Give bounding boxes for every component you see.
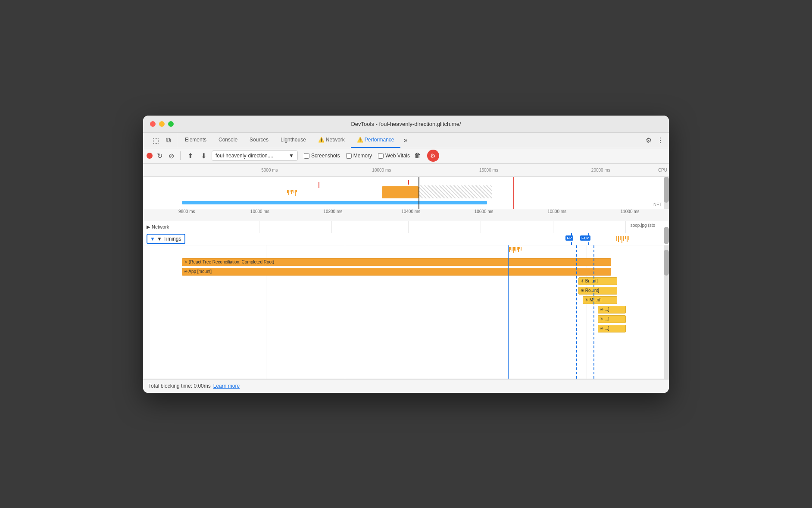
timeline-ruler: 5000 ms 10000 ms 15000 ms 20000 ms CPU [182,164,669,176]
ro-bar[interactable]: ✳ Ro...nt] [578,287,617,295]
web-vitals-checkbox-group: Web Vitals [378,153,410,159]
network-label-text: Network [152,224,169,229]
more-options-btn[interactable]: ⋮ [655,135,665,146]
red-mark-1 [319,182,319,188]
window-title: DevTools - foul-heavenly-direction.glitc… [351,121,461,127]
fp-dashed-line-flame [576,245,577,379]
dot3-bar[interactable]: ✳ ...] [598,325,626,332]
network-track-row: ▶ Network soop.jpg (sto [143,221,669,233]
grid-line-4 [481,221,481,233]
m-bar[interactable]: ✳ M...nt] [583,296,617,304]
url-dropdown-icon: ▼ [289,153,294,159]
zoom-ruler: 9800 ms 10000 ms 10200 ms 10400 ms 10600… [143,209,669,221]
record-bar: ↻ ⊘ ⬆ ⬇ foul-heavenly-direction.... ▼ Sc… [143,148,669,164]
fp-badge: FP [565,235,573,241]
fp-dashed-line [571,233,572,245]
clear-recording-button[interactable]: ⊘ [167,151,176,161]
orange-blob-main [382,186,418,198]
blocking-time-label: Total blocking time: 0.00ms [148,383,211,389]
memory-checkbox[interactable] [346,153,352,159]
zoom-label-10800: 10800 ms [547,209,566,214]
red-timestamp-line [513,177,514,209]
tab-console[interactable]: Console [212,133,244,148]
dot2-label: ✳ ...] [600,317,609,321]
ro-label: ✳ Ro...nt] [581,288,599,293]
br-bar[interactable]: ✳ Br...nt] [578,277,617,285]
tab-sources[interactable]: Sources [244,133,275,148]
react-tree-bar[interactable]: ✳ (React Tree Reconciliation: Completed … [182,258,611,266]
tab-network[interactable]: ⚠️ Network [312,133,351,148]
blue-timeline-bar [182,201,487,204]
zoom-label-10400: 10400 ms [401,209,420,214]
timings-track-content: FP FCP [182,233,664,245]
maximize-button[interactable] [168,121,174,127]
minimize-button[interactable] [159,121,165,127]
cpu-activity-bars [287,190,297,196]
dot1-bar[interactable]: ✳ ...] [598,306,626,314]
network-track-content: soop.jpg (sto [182,221,664,233]
settings-icon-btn[interactable]: ⚙ [644,135,653,146]
screenshots-checkbox[interactable] [304,153,309,159]
timings-track-row: ▼ ▼ Timings FP FCP [143,233,669,245]
soop-label: soop.jpg (sto [631,223,655,228]
close-button[interactable] [150,121,156,127]
url-selector[interactable]: foul-heavenly-direction.... ▼ [212,151,298,161]
ruler-label-10000: 10000 ms [372,168,391,172]
memory-checkbox-group: Memory [346,153,372,159]
more-tabs-button[interactable]: » [400,133,411,148]
toolbar-separator [180,151,181,160]
upload-button[interactable]: ⬆ [185,150,196,162]
zoom-label-10200: 10200 ms [323,209,342,214]
dot1-label: ✳ ...] [600,307,609,312]
ruler-label-15000: 15000 ms [479,168,498,172]
overview-timeline[interactable]: NET [143,177,669,209]
tab-bar: ⬚ ⧉ Elements Console Sources Lighthouse … [143,133,669,148]
scrollbar-thumb[interactable] [664,177,669,203]
net-label: NET [653,202,662,207]
zoom-label-11000: 11000 ms [621,209,640,214]
app-mount-bar[interactable]: ✳ App [mount] [182,268,611,276]
tab-lighthouse[interactable]: Lighthouse [275,133,312,148]
grid-line-3 [408,221,409,233]
device-icon-btn[interactable]: ⧉ [163,135,173,146]
playhead-line [418,177,419,209]
gray-hatch-area [418,185,492,198]
dot3-label: ✳ ...] [600,326,609,331]
tracks-container: ▶ Network soop.jpg (sto [143,221,669,245]
web-vitals-checkbox[interactable] [378,153,384,159]
zoom-ruler-labels: 9800 ms 10000 ms 10200 ms 10400 ms 10600… [182,209,669,221]
network-warning-icon: ⚠️ [318,137,325,143]
reload-button[interactable]: ↻ [155,151,164,161]
dot2-bar[interactable]: ✳ ...] [598,315,626,323]
gear-settings-button[interactable]: ⚙ [427,150,439,162]
performance-warning-icon: ⚠️ [357,137,363,143]
fcp-dashed-line-flame [593,245,594,379]
flame-graph-area[interactable]: ✳ (React Tree Reconciliation: Completed … [143,245,669,379]
tab-right-controls: ⚙ ⋮ [644,133,669,148]
zoom-label-10600: 10600 ms [475,209,493,214]
timeline-scrollbar[interactable] [664,177,669,209]
playhead-blue-line [508,245,509,379]
screenshots-checkbox-group: Screenshots [304,153,340,159]
tab-performance[interactable]: ⚠️ Performance [351,133,400,148]
download-button[interactable]: ⬇ [198,150,209,162]
flame-scrollbar[interactable] [664,245,669,379]
tab-elements[interactable]: Elements [179,133,212,148]
timings-track-label[interactable]: ▼ ▼ Timings [143,232,182,246]
mini-timeline-content: NET [143,177,669,209]
cursor-icon-btn[interactable]: ⬚ [150,135,162,146]
learn-more-link[interactable]: Learn more [213,383,240,389]
trash-button[interactable]: 🗑 [412,151,423,160]
fcp-dashed-line [588,233,589,245]
flame-scrollbar-thumb[interactable] [664,250,669,276]
grid-line-1 [259,221,259,233]
grid-line-2 [331,221,332,233]
network-track-label[interactable]: ▶ Network [143,224,182,230]
record-button[interactable] [147,153,153,159]
devtools-window: DevTools - foul-heavenly-direction.glitc… [143,116,669,393]
status-bar: Total blocking time: 0.00ms Learn more [143,379,669,393]
timings-label-box[interactable]: ▼ ▼ Timings [147,234,185,244]
grid-line-6 [625,221,626,233]
br-label: ✳ Br...nt] [581,279,598,283]
ruler-label-5000: 5000 ms [261,168,278,172]
